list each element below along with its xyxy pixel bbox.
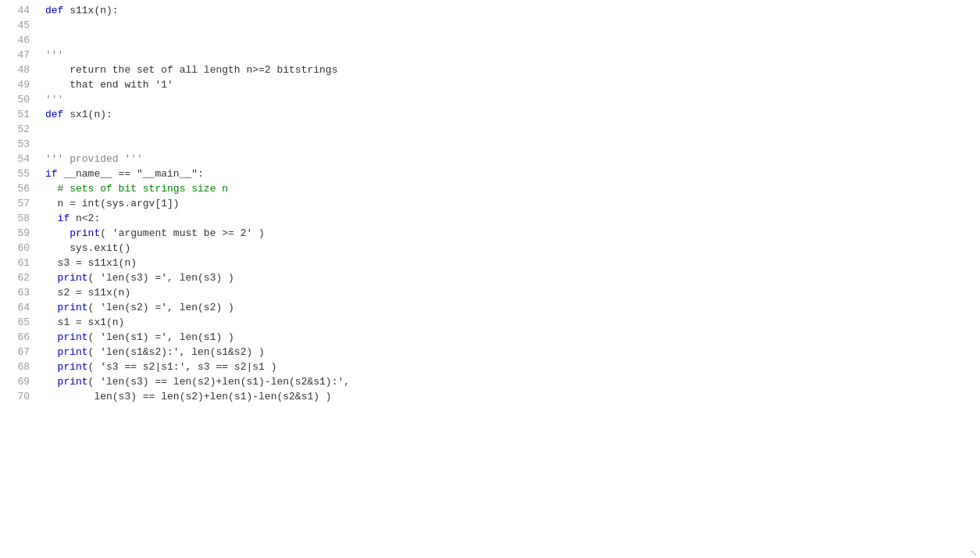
table-row: 50''': [0, 92, 980, 107]
code-token: [45, 213, 58, 224]
line-number: 44: [0, 3, 39, 18]
line-number: 65: [0, 315, 39, 330]
table-row: 48 return the set of all length n>=2 bit…: [0, 63, 980, 77]
line-number: 46: [0, 33, 39, 48]
line-content[interactable]: print( 'argument must be >= 2' ): [39, 226, 265, 241]
line-content[interactable]: that end with '1': [39, 77, 173, 92]
line-content[interactable]: return the set of all length n>=2 bitstr…: [39, 63, 337, 77]
line-content[interactable]: def sx1(n):: [39, 107, 112, 122]
line-number: 69: [0, 374, 39, 389]
line-content[interactable]: print( 'len(s2) =', len(s2) ): [39, 300, 234, 315]
table-row: [0, 493, 980, 508]
code-token: n<2:: [76, 213, 100, 224]
line-content[interactable]: print( 'len(s3) =', len(s3) ): [39, 270, 234, 285]
code-token: print: [45, 331, 88, 343]
code-token: ( 'len(s3) == len(s2)+len(s1)-len(s2&s1)…: [88, 376, 350, 388]
code-token: ( 'len(s1&s2):', len(s1&s2) ): [88, 346, 265, 358]
table-row: [0, 463, 980, 478]
code-token: def: [45, 109, 69, 120]
table-row: 51def sx1(n):: [0, 107, 980, 122]
line-number: 67: [0, 345, 39, 359]
line-content[interactable]: # sets of bit strings size n: [39, 181, 228, 196]
line-content[interactable]: ''': [39, 48, 63, 63]
line-content[interactable]: len(s3) == len(s2)+len(s1)-len(s2&s1) ): [39, 389, 332, 404]
code-token: ( 'len(s1) =', len(s1) ): [88, 331, 234, 343]
code-token: s2 = s11x(n): [45, 287, 130, 299]
table-row: 56 # sets of bit strings size n: [0, 181, 980, 196]
code-token: print: [45, 376, 88, 388]
table-row: 53: [0, 137, 980, 152]
table-row: 64 print( 'len(s2) =', len(s2) ): [0, 300, 980, 315]
line-number: 59: [0, 226, 39, 241]
code-token: s3 = s11x1(n): [45, 257, 137, 269]
code-token: def: [45, 5, 69, 16]
table-row: 58 if n<2:: [0, 211, 980, 226]
line-number: 50: [0, 92, 39, 107]
line-number: 62: [0, 270, 39, 285]
table-row: 44def s11x(n):: [0, 3, 980, 18]
table-row: [0, 404, 980, 419]
table-row: 45: [0, 18, 980, 33]
line-number: 53: [0, 137, 39, 152]
table-row: 66 print( 'len(s1) =', len(s1) ): [0, 330, 980, 345]
code-token: return the set of all length n>=2 bitstr…: [45, 64, 337, 76]
line-content[interactable]: if __name__ == "__main__":: [39, 166, 204, 181]
line-number: 63: [0, 285, 39, 300]
line-number: 47: [0, 48, 39, 63]
line-number: 70: [0, 389, 39, 404]
line-number: 49: [0, 77, 39, 92]
table-row: 52: [0, 122, 980, 137]
line-content[interactable]: sys.exit(): [39, 241, 130, 256]
line-content[interactable]: print( 'len(s1) =', len(s1) ): [39, 330, 234, 345]
line-number: 58: [0, 211, 39, 226]
line-number: 57: [0, 196, 39, 211]
line-content[interactable]: print( 'len(s3) == len(s2)+len(s1)-len(s…: [39, 374, 350, 389]
table-row: [0, 508, 980, 523]
code-token: print: [69, 227, 100, 239]
table-row: 69 print( 'len(s3) == len(s2)+len(s1)-le…: [0, 374, 980, 389]
line-content[interactable]: s1 = sx1(n): [39, 315, 124, 330]
code-editor: 44def s11x(n):454647'''48 return the set…: [0, 0, 980, 558]
line-number: 52: [0, 122, 39, 137]
line-content[interactable]: print( 'len(s1&s2):', len(s1&s2) ): [39, 345, 265, 359]
table-row: 61 s3 = s11x1(n): [0, 256, 980, 270]
line-number: 55: [0, 166, 39, 181]
line-number: 68: [0, 359, 39, 374]
code-token: s1 = sx1(n): [45, 317, 124, 328]
code-token: that end with '1': [45, 79, 173, 91]
table-row: 57 n = int(sys.argv[1]): [0, 196, 980, 211]
line-content[interactable]: print( 's3 == s2|s1:', s3 == s2|s1 ): [39, 359, 276, 374]
table-row: 70 len(s3) == len(s2)+len(s1)-len(s2&s1)…: [0, 389, 980, 404]
code-lines-wrapper: 44def s11x(n):454647'''48 return the set…: [0, 0, 980, 558]
line-content[interactable]: s2 = s11x(n): [39, 285, 130, 300]
table-row: 55if __name__ == "__main__":: [0, 166, 980, 181]
line-content[interactable]: ''' provided ''': [39, 152, 143, 166]
code-token: if: [45, 168, 63, 180]
resize-handle[interactable]: ⤡: [971, 549, 978, 556]
line-number: 66: [0, 330, 39, 345]
line-number: 56: [0, 181, 39, 196]
line-content[interactable]: s3 = s11x1(n): [39, 256, 137, 270]
code-token: ''': [45, 49, 63, 61]
table-row: [0, 434, 980, 449]
code-token: ''': [45, 94, 63, 106]
code-token: len(s3) == len(s2)+len(s1)-len(s2&s1) ): [45, 391, 332, 402]
line-content[interactable]: def s11x(n):: [39, 3, 119, 18]
code-token: ( 'argument must be >= 2' ): [100, 227, 265, 239]
code-token: __name__ == "__main__":: [63, 168, 203, 180]
table-row: 65 s1 = sx1(n): [0, 315, 980, 330]
line-number: 61: [0, 256, 39, 270]
line-content[interactable]: if n<2:: [39, 211, 100, 226]
table-row: 54''' provided ''': [0, 152, 980, 166]
line-number: 60: [0, 241, 39, 256]
code-token: print: [45, 361, 88, 373]
line-content[interactable]: n = int(sys.argv[1]): [39, 196, 180, 211]
table-row: 63 s2 = s11x(n): [0, 285, 980, 300]
table-row: 49 that end with '1': [0, 77, 980, 92]
code-token: ( 'len(s3) =', len(s3) ): [88, 272, 234, 284]
table-row: 68 print( 's3 == s2|s1:', s3 == s2|s1 ): [0, 359, 980, 374]
table-row: [0, 478, 980, 493]
code-token: # sets of bit strings size n: [45, 183, 228, 195]
table-row: 59 print( 'argument must be >= 2' ): [0, 226, 980, 241]
line-content[interactable]: ''': [39, 92, 63, 107]
